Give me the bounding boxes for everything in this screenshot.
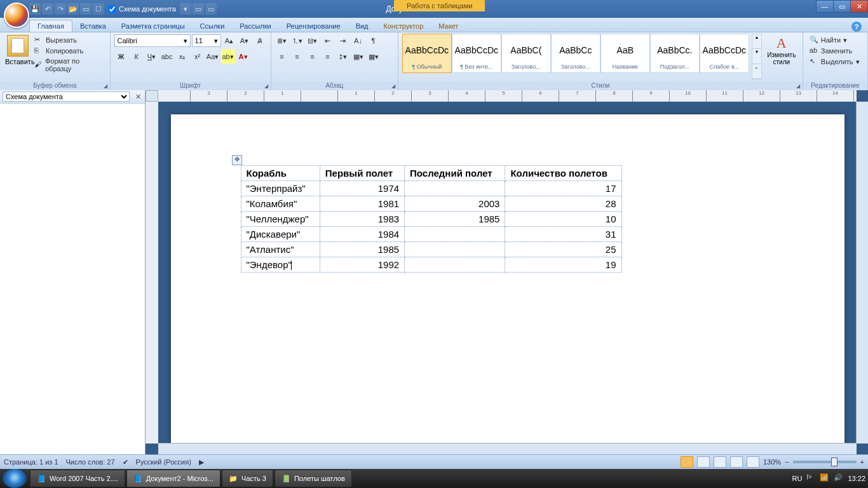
multilevel-button[interactable]: ⊟▾	[306, 34, 320, 48]
taskbar-item[interactable]: 📁Часть 3	[222, 470, 273, 487]
paragraph-launcher-icon[interactable]: ◢	[390, 83, 397, 90]
table-header[interactable]: Последний полет	[405, 166, 505, 181]
close-button[interactable]: ✕	[850, 0, 868, 13]
clear-format-button[interactable]: A̷	[253, 34, 267, 48]
table-cell[interactable]	[405, 227, 505, 242]
page-scroll[interactable]: ✥ КорабльПервый полетПоследний полетКоли…	[158, 102, 857, 444]
strike-button[interactable]: abc	[160, 50, 174, 64]
tray-network-icon[interactable]: 📶	[820, 473, 830, 484]
qat-preview-icon[interactable]: ☐	[93, 3, 104, 15]
table-cell[interactable]: "Энтерпрайз"	[241, 181, 320, 196]
font-color-button[interactable]: A▾	[236, 50, 250, 64]
copy-button[interactable]: ⎘Копировать	[32, 46, 106, 56]
align-left-button[interactable]: ≡	[275, 50, 289, 64]
indent-button[interactable]: ⇥	[336, 34, 350, 48]
justify-button[interactable]: ≡	[321, 50, 335, 64]
tab-mailings[interactable]: Рассылки	[232, 20, 278, 32]
paste-button[interactable]: Вставить	[4, 34, 32, 79]
view-print-layout-button[interactable]	[681, 456, 693, 468]
table-cell[interactable]: 10	[505, 212, 621, 227]
view-fullscreen-button[interactable]	[697, 456, 710, 468]
tab-table-design[interactable]: Конструктор	[376, 20, 431, 32]
status-macro-icon[interactable]: ▶	[199, 458, 204, 466]
qat-extra1-icon[interactable]: ▭	[193, 3, 204, 15]
table-cell[interactable]: "Коламбия"	[241, 196, 320, 212]
zoom-thumb[interactable]	[831, 458, 837, 466]
table-cell[interactable]: "Атлантис"	[241, 242, 320, 257]
align-right-button[interactable]: ≡	[306, 50, 320, 64]
table-cell[interactable]	[405, 181, 505, 196]
tray-clock[interactable]: 13:22	[848, 475, 865, 482]
table-cell[interactable]: 25	[505, 242, 621, 257]
shading-button[interactable]: ▦▾	[351, 50, 365, 64]
table-cell[interactable]	[405, 242, 505, 257]
style-item[interactable]: AaBbCcDcСлабое в...	[700, 34, 749, 73]
align-center-button[interactable]: ≡	[290, 50, 304, 64]
cut-button[interactable]: ✂Вырезать	[32, 35, 106, 45]
table-row[interactable]: "Атлантис"198525	[241, 242, 621, 257]
zoom-slider[interactable]	[793, 461, 857, 463]
qat-undo-icon[interactable]: ↶	[42, 3, 53, 15]
view-draft-button[interactable]	[747, 456, 759, 468]
outdent-button[interactable]: ⇤	[321, 34, 335, 48]
table-cell[interactable]: 2003	[405, 196, 505, 212]
highlight-button[interactable]: ab▾	[221, 50, 235, 64]
qat-docmap-toggle[interactable]: Схема документа	[105, 5, 179, 13]
borders-button[interactable]: ▦▾	[367, 50, 381, 64]
table-header[interactable]: Количество полетов	[505, 166, 621, 181]
style-item[interactable]: AaBbCcDc¶ Обычный	[402, 34, 452, 73]
page[interactable]: ✥ КорабльПервый полетПоследний полетКоли…	[171, 114, 844, 444]
font-launcher-icon[interactable]: ◢	[263, 83, 269, 90]
zoom-in-button[interactable]: +	[860, 458, 864, 466]
view-web-button[interactable]	[714, 456, 726, 468]
table-cell[interactable]	[405, 257, 505, 273]
qat-redo-icon[interactable]: ↷	[55, 3, 66, 15]
underline-button[interactable]: Ч▾	[145, 50, 159, 64]
start-button[interactable]	[3, 469, 27, 488]
table-cell[interactable]: 17	[505, 181, 621, 196]
taskbar-item[interactable]: 📗Полеты шатлов	[275, 470, 352, 487]
minimize-button[interactable]: —	[816, 0, 834, 13]
document-table[interactable]: КорабльПервый полетПоследний полетКоличе…	[241, 165, 622, 273]
table-cell[interactable]: 1983	[320, 212, 404, 227]
qat-more-icon[interactable]: ▾	[180, 3, 191, 15]
table-cell[interactable]: "Челленджер"	[241, 212, 320, 227]
bullets-button[interactable]: ≣▾	[275, 34, 289, 48]
maximize-button[interactable]: ▭	[833, 0, 851, 13]
table-cell[interactable]: 1985	[405, 212, 505, 227]
styles-launcher-icon[interactable]: ◢	[795, 83, 801, 90]
taskbar-item[interactable]: 📘Word 2007 Часть 2....	[30, 470, 125, 487]
table-row[interactable]: "Челленджер"1983198510	[241, 212, 621, 227]
table-cell[interactable]: "Эндевор"	[241, 257, 320, 273]
status-language[interactable]: Русский (Россия)	[136, 458, 191, 466]
table-cell[interactable]: 31	[505, 227, 621, 242]
sort-button[interactable]: A↓	[351, 34, 365, 48]
qat-open-icon[interactable]: 📂	[67, 3, 79, 15]
table-cell[interactable]: 19	[505, 257, 621, 273]
clipboard-launcher-icon[interactable]: ◢	[102, 83, 109, 90]
table-move-handle-icon[interactable]: ✥	[232, 155, 242, 165]
shrink-font-button[interactable]: A▾	[238, 34, 252, 48]
bold-button[interactable]: Ж	[114, 50, 128, 64]
tray-volume-icon[interactable]: 🔊	[834, 473, 844, 484]
zoom-out-button[interactable]: −	[785, 458, 789, 466]
status-zoom[interactable]: 130%	[763, 458, 781, 466]
tray-flag-icon[interactable]: 🏳	[806, 473, 816, 484]
style-item[interactable]: AaBbCc.Подзагол...	[650, 34, 700, 73]
style-item[interactable]: AaBbC(Заголово...	[501, 34, 551, 73]
status-words[interactable]: Число слов: 27	[66, 458, 115, 466]
gallery-scroll[interactable]: ▴▾⌄	[752, 34, 762, 79]
font-size-combo[interactable]: 11▾	[192, 34, 221, 47]
qat-save-icon[interactable]: 💾	[29, 3, 41, 15]
italic-button[interactable]: К	[130, 50, 144, 64]
tab-references[interactable]: Ссылки	[193, 20, 233, 32]
horizontal-ruler[interactable]: 3211234567891011121314151617	[158, 90, 857, 102]
qat-new-icon[interactable]: ▭	[80, 3, 92, 15]
font-name-combo[interactable]: Calibri▾	[114, 34, 191, 47]
document-map-close-icon[interactable]: ✕	[133, 93, 142, 101]
vertical-scrollbar[interactable]	[856, 102, 868, 444]
help-icon[interactable]: ?	[851, 22, 862, 32]
tab-table-layout[interactable]: Макет	[431, 20, 466, 32]
style-item[interactable]: AaBНазвание	[600, 34, 650, 73]
tab-home[interactable]: Главная	[29, 20, 72, 32]
